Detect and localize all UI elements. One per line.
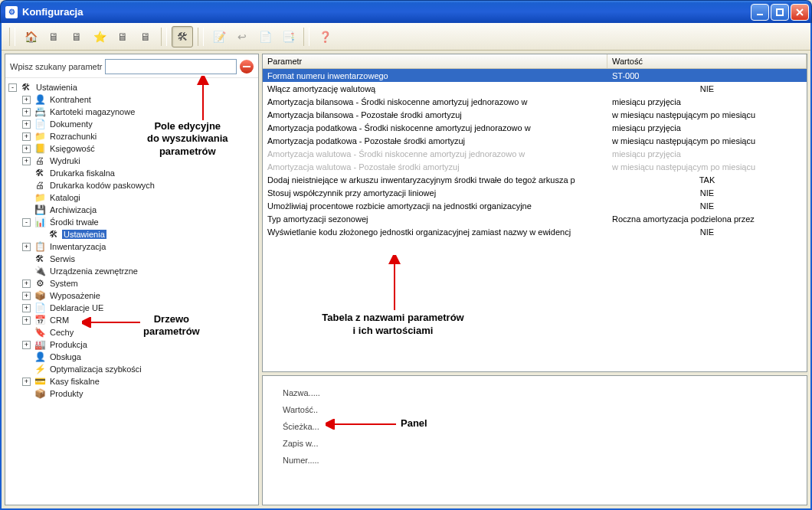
tree-expander xyxy=(22,194,31,202)
search-clear-button[interactable] xyxy=(240,60,254,74)
tree-item[interactable]: +🖨Wydruki xyxy=(7,155,257,167)
tree-icon: 🏭 xyxy=(34,338,46,351)
table-row[interactable]: Dodaj nieistniejące w arkuszu inwentaryz… xyxy=(263,173,807,186)
tree-item[interactable]: +📄Dokumenty xyxy=(7,118,257,130)
search-input[interactable] xyxy=(105,59,237,74)
table-row[interactable]: Amortyzacja walutowa - Środki niskocenne… xyxy=(263,147,807,160)
tree-expander[interactable]: + xyxy=(22,96,31,104)
tree-expander[interactable]: - xyxy=(22,218,31,227)
tree-item[interactable]: +📇Kartoteki magazynowe xyxy=(7,106,257,118)
tree-expander xyxy=(22,365,31,374)
tree-expander xyxy=(36,230,44,239)
tree-expander[interactable]: + xyxy=(22,341,31,349)
tree-item[interactable]: +📒Księgowość xyxy=(7,142,257,155)
toolbar-btn-tools[interactable]: 🛠 xyxy=(172,26,193,47)
tree-expander[interactable]: + xyxy=(22,304,31,312)
tree-item[interactable]: +📦Wyposażenie xyxy=(7,289,257,302)
tree-item[interactable]: +📁Rozrachunki xyxy=(7,130,257,142)
tree-item[interactable]: 🛠Serwis xyxy=(7,253,257,265)
tree-expander[interactable]: + xyxy=(22,280,31,288)
tree-expander[interactable]: + xyxy=(22,292,31,300)
cell-value: Roczna amortyzacja podzielona przez xyxy=(607,214,807,224)
table-row[interactable]: Wyświetlanie kodu złożonego jednostki or… xyxy=(263,225,807,238)
tree-expander[interactable]: + xyxy=(22,108,31,116)
toolbar-btn-edit[interactable]: 📝 xyxy=(208,26,230,47)
toolbar-btn-star[interactable]: ⭐ xyxy=(89,26,110,47)
tree-icon: 🖨 xyxy=(34,179,46,191)
tree-label: Obsługa xyxy=(48,352,83,361)
toolbar-btn-doc[interactable]: 📄 xyxy=(254,26,276,47)
toolbar-btn-docs[interactable]: 📑 xyxy=(277,26,299,47)
tree-item[interactable]: +📅CRM xyxy=(7,314,257,326)
toolbar-btn-2[interactable]: 🖥 xyxy=(43,26,64,47)
table-row[interactable]: Format numeru inwentarzowegoST-000 xyxy=(263,69,807,82)
tree-item[interactable]: 🖨Drukarka kodów paskowych xyxy=(7,179,257,191)
tree-icon: 👤 xyxy=(34,93,46,106)
tree-item[interactable]: 🔖Cechy xyxy=(7,326,257,338)
tree-expander[interactable]: + xyxy=(22,378,31,386)
tree-icon: 📁 xyxy=(34,130,46,142)
toolbar-btn-5[interactable]: 🖥 xyxy=(112,26,133,47)
table-row[interactable]: Amortyzacja walutowa - Pozostałe środki … xyxy=(263,160,807,173)
tree-item[interactable]: 👤Obsługa xyxy=(7,351,257,363)
table-row[interactable]: Amortyzacja podatkowa - Środki niskocenn… xyxy=(263,121,807,134)
tree-icon: 🔖 xyxy=(34,326,46,338)
cell-param: Typ amortyzacji sezonowej xyxy=(263,214,607,224)
tree-icon: 💳 xyxy=(34,375,46,387)
tree-item[interactable]: 📦Produkty xyxy=(7,387,257,400)
tree-expander xyxy=(22,169,31,178)
tree-icon: 📋 xyxy=(34,240,46,253)
table-row[interactable]: Amortyzacja bilansowa - Pozostałe środki… xyxy=(263,108,807,121)
svg-rect-0 xyxy=(757,14,763,15)
table-row[interactable]: Włącz amortyzację walutowąNIE xyxy=(263,82,807,95)
tree-item[interactable]: 📁Katalogi xyxy=(7,191,257,204)
toolbar-btn-undo[interactable]: ↩ xyxy=(231,26,253,47)
grid-header-param[interactable]: Parametr xyxy=(263,54,607,68)
tree-label: Ustawienia xyxy=(62,230,106,239)
tree-item[interactable]: +📄Deklaracje UE xyxy=(7,302,257,314)
tree-icon: 👤 xyxy=(34,351,46,363)
tree-expander[interactable]: + xyxy=(22,120,31,129)
window-minimize-button[interactable] xyxy=(751,4,769,21)
tree-icon: 🔌 xyxy=(34,265,46,277)
table-row[interactable]: Amortyzacja bilansowa - Środki niskocenn… xyxy=(263,95,807,108)
grid-header-value[interactable]: Wartość xyxy=(607,54,807,68)
toolbar-btn-6[interactable]: 🖥 xyxy=(135,26,156,47)
toolbar-btn-3[interactable]: 🖥 xyxy=(66,26,87,47)
tree-expander[interactable]: + xyxy=(22,243,31,251)
tree-expander[interactable]: + xyxy=(22,316,31,325)
tree-label: Wyposażenie xyxy=(48,291,102,300)
toolbar-btn-home[interactable]: 🏠 xyxy=(20,26,41,47)
table-row[interactable]: Stosuj współczynnik przy amortyzacji lin… xyxy=(263,186,807,199)
tree-item[interactable]: ⚡Optymalizacja szybkości xyxy=(7,363,257,375)
table-row[interactable]: Amortyzacja podatkowa - Pozostałe środki… xyxy=(263,134,807,147)
tree-item[interactable]: 🔌Urządzenia zewnętrzne xyxy=(7,265,257,277)
tree[interactable]: -🛠Ustawienia+👤Kontrahent+📇Kartoteki maga… xyxy=(5,78,258,505)
window-maximize-button[interactable] xyxy=(771,4,789,21)
tree-item[interactable]: +⚙System xyxy=(7,277,257,289)
tree-expander[interactable]: + xyxy=(22,157,31,165)
window-close-button[interactable] xyxy=(791,4,809,21)
cell-value: w miesiącu następującym po miesiącu xyxy=(607,110,807,119)
tree-label: Księgowość xyxy=(48,144,97,153)
tree-icon: 📦 xyxy=(34,289,46,302)
cell-value: NIE xyxy=(607,84,807,93)
tree-expander[interactable]: - xyxy=(8,83,17,92)
toolbar-btn-help[interactable]: ❓ xyxy=(314,26,336,47)
tree-item[interactable]: 🛠Ustawienia xyxy=(7,228,257,240)
tree-item[interactable]: +💳Kasy fiskalne xyxy=(7,375,257,387)
table-row[interactable]: Umożliwiaj procentowe rozbicie amortyzac… xyxy=(263,199,807,212)
tree-expander[interactable]: + xyxy=(22,145,31,153)
tree-expander[interactable]: + xyxy=(22,132,31,141)
tree-icon: 📊 xyxy=(34,216,46,228)
tree-item[interactable]: -📊Środki trwałe xyxy=(7,216,257,228)
tree-item[interactable]: +🏭Produkcja xyxy=(7,338,257,351)
tree-item[interactable]: +📋Inwentaryzacja xyxy=(7,240,257,253)
tree-item[interactable]: -🛠Ustawienia xyxy=(7,81,257,93)
tree-item[interactable]: 💾Archiwizacja xyxy=(7,204,257,216)
tree-item[interactable]: 🛠Drukarka fiskalna xyxy=(7,167,257,179)
table-row[interactable]: Typ amortyzacji sezonowejRoczna amortyza… xyxy=(263,212,807,225)
tree-label: Archiwizacja xyxy=(48,205,98,214)
tree-label: Kasy fiskalne xyxy=(48,377,101,386)
tree-item[interactable]: +👤Kontrahent xyxy=(7,93,257,106)
